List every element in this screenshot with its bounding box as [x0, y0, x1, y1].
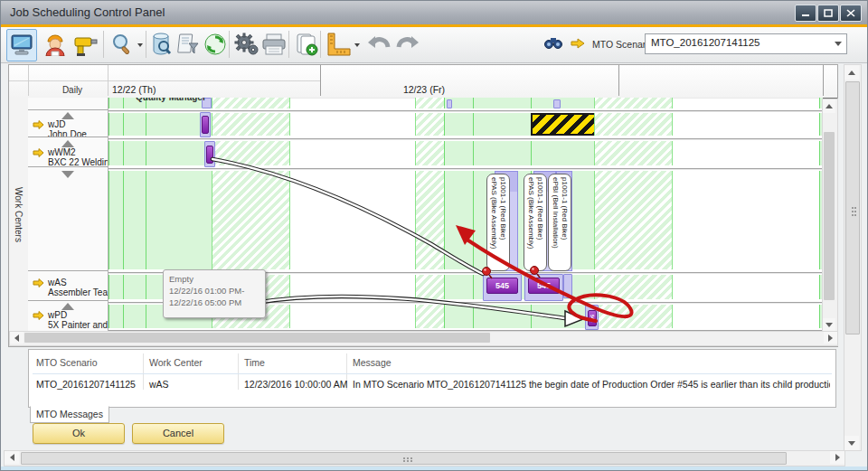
row-header-wjd[interactable]: wJD John Doe: [28, 110, 108, 137]
column-header[interactable]: Work Center: [149, 357, 203, 368]
employee-button[interactable]: [41, 29, 70, 60]
work-band: [444, 305, 533, 328]
cell-message[interactable]: In MTO Scenario MTO_20161207141125 the b…: [353, 379, 830, 390]
expand-icon[interactable]: [61, 171, 74, 178]
job-bar-wpd[interactable]: 545: [588, 310, 597, 326]
row-header-wpd[interactable]: wPD 5X Painter and D: [28, 302, 108, 330]
scroll-thumb[interactable]: [824, 132, 835, 300]
row-header-was[interactable]: wAS Assembler Team: [28, 272, 108, 301]
scale-label[interactable]: Daily: [36, 85, 108, 95]
job-label-epbi[interactable]: ePBI (Bell Installation) p1001-1 (Red Bi…: [548, 174, 571, 271]
job-bar-sliver[interactable]: [447, 99, 452, 108]
work-band: [415, 113, 446, 136]
cancel-button[interactable]: Cancel: [132, 423, 224, 444]
scroll-up-icon: [848, 71, 855, 75]
order-bar-sliver[interactable]: [563, 274, 572, 298]
row-arrow-icon: [33, 120, 44, 129]
column-divider: [143, 353, 144, 390]
find-button[interactable]: [543, 33, 563, 52]
window-vertical-scrollbar[interactable]: [844, 64, 862, 451]
column-header[interactable]: Message: [353, 357, 392, 368]
scroll-down-button[interactable]: [844, 436, 859, 450]
redo-button[interactable]: [393, 29, 422, 60]
cell-workcenter[interactable]: wAS: [149, 379, 169, 390]
row-code: wAS: [48, 278, 67, 287]
gantt-horizontal-scrollbar[interactable]: [9, 331, 838, 346]
collapse-icon[interactable]: [61, 140, 74, 147]
job-label-epas1[interactable]: ePAS (Bike Assembly) p1001-1 (Red Bike): [486, 174, 510, 271]
scroll-down-button[interactable]: [823, 318, 835, 332]
blocked-time-box[interactable]: [531, 113, 598, 136]
ok-button[interactable]: Ok: [33, 423, 125, 444]
job-label-line: ePBI (Bell Installation): [551, 177, 560, 268]
order-bar-container[interactable]: 545: [524, 274, 563, 301]
gears-icon: [234, 33, 259, 56]
tooltip: Empty 12/22/16 01:00 PM- 12/22/16 05:00 …: [163, 269, 266, 318]
job-bar-sliver[interactable]: [553, 99, 561, 108]
goto-arrow-icon[interactable]: [571, 38, 585, 49]
scroll-up-icon: [826, 104, 833, 108]
scroll-up-button[interactable]: [844, 65, 859, 80]
gantt-vertical-scrollbar[interactable]: [822, 99, 838, 333]
job-bar-container[interactable]: [204, 141, 215, 167]
scheduler-board-button[interactable]: [6, 29, 37, 61]
cell-time[interactable]: 12/23/2016 10:00:00 AM: [244, 379, 347, 390]
title-bar: Job Scheduling Control Panel: [1, 1, 867, 25]
column-header[interactable]: MTO Scenario: [36, 357, 98, 368]
minimize-button[interactable]: [795, 5, 816, 22]
order-bar-545[interactable]: 545: [486, 278, 518, 294]
collapse-icon[interactable]: [61, 303, 74, 310]
refresh-button[interactable]: [201, 29, 230, 60]
row-header-wwm2[interactable]: wWM2 BXC 22 Welding M: [28, 138, 108, 167]
undo-button[interactable]: [364, 29, 393, 60]
row-name: BXC 22 Welding M: [48, 157, 108, 167]
undo-icon: [366, 33, 392, 55]
scroll-up-button[interactable]: [823, 99, 835, 113]
combo-dropdown-icon[interactable]: [835, 42, 842, 46]
row-header-expanded[interactable]: [28, 168, 108, 271]
maximize-button[interactable]: [817, 5, 839, 22]
scenario-combobox[interactable]: MTO_20161207141125: [645, 33, 847, 54]
scroll-left-button[interactable]: [10, 332, 24, 344]
work-band: [531, 98, 596, 108]
scroll-thumb[interactable]: [845, 81, 860, 334]
close-button[interactable]: [840, 5, 862, 22]
order-bar-545b[interactable]: 545: [528, 278, 560, 294]
zoom-dropdown-icon[interactable]: [137, 43, 143, 47]
zoom-button[interactable]: [108, 29, 137, 60]
scroll-thumb[interactable]: [24, 333, 490, 343]
job-bar[interactable]: [206, 146, 213, 164]
row-header-panel: wJD John Doe wWM2 BXC 22 Welding M wAS A…: [28, 98, 108, 331]
scroll-left-button[interactable]: [5, 451, 19, 464]
ruler-dropdown-icon[interactable]: [354, 43, 360, 47]
print-button[interactable]: [259, 29, 288, 60]
tab-mto-messages[interactable]: MTO Messages: [30, 406, 109, 423]
row-code: wJD: [48, 119, 65, 129]
collapse-icon[interactable]: [61, 112, 74, 119]
scroll-thumb[interactable]: [21, 452, 787, 465]
column-header[interactable]: Time: [244, 357, 265, 368]
report-button[interactable]: [292, 29, 321, 60]
settings-button[interactable]: [232, 29, 261, 60]
filter-button[interactable]: [175, 29, 203, 60]
maximize-icon: [824, 9, 833, 17]
job-bar-container[interactable]: 545: [585, 305, 599, 330]
row-name: John Doe: [48, 129, 87, 137]
window-horizontal-scrollbar[interactable]: [4, 450, 845, 466]
ruler-button[interactable]: [324, 29, 353, 60]
job-label-epas2[interactable]: ePAS (Bike Assembly) p1001-1 (Red Bike): [524, 174, 547, 271]
order-bar-container[interactable]: 545: [483, 274, 522, 301]
work-band: [415, 171, 446, 269]
job-bar-container[interactable]: [200, 112, 211, 137]
work-band: [415, 275, 446, 299]
scroll-right-button[interactable]: [824, 332, 837, 344]
database-search-icon: [151, 33, 175, 56]
machine-button[interactable]: [71, 29, 100, 60]
work-band: [415, 305, 446, 328]
data-search-button[interactable]: [148, 29, 177, 60]
scroll-right-button[interactable]: [830, 451, 844, 464]
binoculars-icon: [544, 35, 562, 50]
job-bar[interactable]: [202, 116, 209, 134]
cell-scenario[interactable]: MTO_20161207141125: [36, 379, 136, 390]
window-title: Job Scheduling Control Panel: [10, 5, 165, 19]
